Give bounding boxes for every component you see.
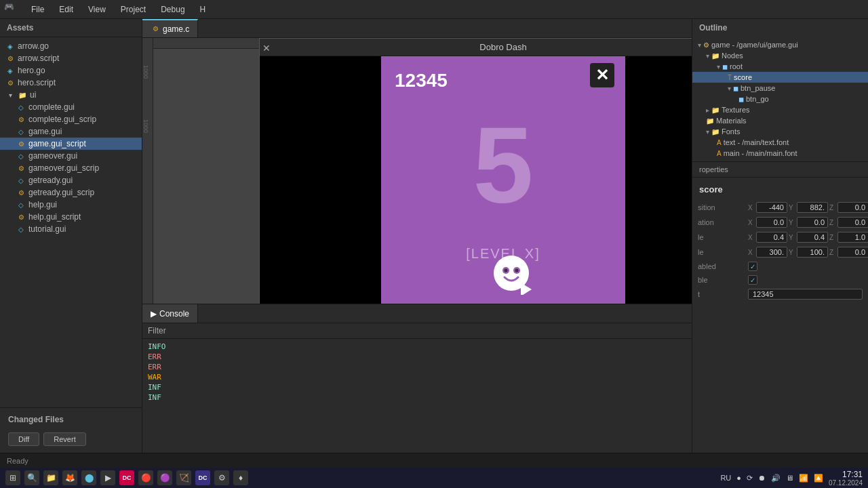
sidebar-item-getready-gui[interactable]: ◇ getready.gui bbox=[0, 174, 142, 186]
outline-header-label: Outline bbox=[699, 23, 727, 33]
prop-coord-rotation: X Y Z bbox=[748, 217, 868, 228]
sidebar: Assets ◈ arrow.go ⚙ arrow.script ◈ hero.… bbox=[0, 19, 142, 453]
taskbar-diamond-icon[interactable]: ♦ bbox=[233, 470, 248, 485]
taskbar-search-icon[interactable]: 🔍 bbox=[24, 470, 39, 485]
prop-rotation-x[interactable] bbox=[756, 217, 787, 228]
prop-position-z[interactable] bbox=[837, 202, 868, 213]
outline-item-root[interactable]: ▾ ◼ root bbox=[692, 61, 868, 72]
taskbar-app-icon[interactable]: DC bbox=[195, 470, 210, 485]
sidebar-item-ui-folder[interactable]: ▾ 📁 ui bbox=[0, 89, 142, 101]
font-icon: A bbox=[717, 150, 722, 157]
game-close-x-button[interactable]: ✕ bbox=[590, 63, 614, 87]
outline-item-game-gui[interactable]: ▾ ⚙ game - /game/ui/game.gui bbox=[692, 39, 868, 50]
prop-size-x[interactable] bbox=[756, 247, 787, 258]
property-node-name: score bbox=[692, 182, 868, 200]
sidebar-item-complete-gui[interactable]: ◇ complete.gui bbox=[0, 101, 142, 113]
revert-button[interactable]: Revert bbox=[43, 432, 85, 446]
game-window-minimize-btn[interactable]: ─ bbox=[690, 39, 692, 58]
sidebar-item-hero-go[interactable]: ◈ hero.go bbox=[0, 64, 142, 77]
prop-scale-y[interactable] bbox=[797, 232, 828, 243]
outline-item-main-font[interactable]: A main - /main/main.font bbox=[692, 148, 868, 159]
taskbar-start-icon[interactable]: ⊞ bbox=[5, 470, 20, 485]
sidebar-item-arrow-go[interactable]: ◈ arrow.go bbox=[0, 40, 142, 52]
y-label: Y bbox=[789, 234, 795, 241]
prop-row-rotation: ation X Y Z bbox=[692, 215, 868, 230]
gui-icon: ◇ bbox=[16, 151, 26, 161]
sidebar-item-arrow-script[interactable]: ⚙ arrow.script bbox=[0, 52, 142, 64]
outline-item-nodes[interactable]: ▾ 📁 Nodes bbox=[692, 50, 868, 61]
outline-item-label: root bbox=[730, 62, 743, 70]
sidebar-item-hero-script[interactable]: ⚙ hero.script bbox=[0, 77, 142, 89]
taskbar-circle-icon[interactable]: ⬤ bbox=[81, 470, 96, 485]
menu-view[interactable]: View bbox=[81, 2, 113, 17]
outline-item-label: Textures bbox=[722, 106, 750, 114]
sidebar-item-game-gui-script[interactable]: ⚙ game.gui_script bbox=[0, 138, 142, 150]
defold-icon: ✕ bbox=[262, 43, 271, 54]
prop-scale-z[interactable] bbox=[837, 232, 868, 243]
prop-size-y[interactable] bbox=[797, 247, 828, 258]
outline-item-label: score bbox=[734, 73, 752, 81]
prop-rotation-y[interactable] bbox=[797, 217, 828, 228]
x-label: X bbox=[748, 204, 755, 211]
sidebar-item-label: ui bbox=[30, 90, 36, 100]
script-icon: ⚙ bbox=[5, 54, 15, 63]
editor-tab-game-c[interactable]: ⚙ game.c bbox=[142, 19, 198, 37]
outline-item-btn-pause[interactable]: ▾ ◼ btn_pause bbox=[692, 83, 868, 94]
prop-enabled-checkbox[interactable]: ✓ bbox=[748, 262, 757, 271]
sidebar-item-label: tutorial.gui bbox=[28, 224, 66, 234]
prop-size-z[interactable] bbox=[837, 247, 868, 258]
menu-bar: 🎮 File Edit View Project Debug H bbox=[0, 0, 868, 19]
menu-project[interactable]: Project bbox=[114, 2, 153, 17]
menu-help[interactable]: H bbox=[193, 2, 213, 17]
menu-edit[interactable]: Edit bbox=[52, 2, 80, 17]
game-window-title-text: Dobro Dash bbox=[479, 42, 526, 52]
taskbar-files-icon[interactable]: 📁 bbox=[43, 470, 58, 485]
taskbar-defold-icon[interactable]: DC bbox=[119, 470, 134, 485]
prop-label-size: le bbox=[698, 248, 745, 256]
prop-position-x[interactable] bbox=[756, 202, 787, 213]
prop-scale-x[interactable] bbox=[756, 232, 787, 243]
console-toolbar: Filter bbox=[142, 323, 692, 339]
sidebar-item-complete-gui-script[interactable]: ⚙ complete.gui_scrip bbox=[0, 113, 142, 125]
outline-item-materials[interactable]: 📁 Materials bbox=[692, 115, 868, 126]
sidebar-item-label: gameover.gui bbox=[28, 151, 77, 161]
sidebar-item-getready-gui-script[interactable]: ⚙ getready.gui_scrip bbox=[0, 186, 142, 199]
sidebar-item-help-gui-script[interactable]: ⚙ help.gui_script bbox=[0, 211, 142, 223]
outline-header: Outline bbox=[692, 19, 868, 37]
taskbar-left: ⊞ 🔍 📁 🦊 ⬤ ▶ DC 🔴 🟣 🏹 DC ⚙ ♦ bbox=[5, 470, 248, 485]
taskbar-red-dot-icon[interactable]: 🔴 bbox=[138, 470, 153, 485]
folder-icon: 📁 bbox=[18, 90, 27, 100]
taskbar-arrow-icon[interactable]: 🏹 bbox=[176, 470, 191, 485]
taskbar-firefox-icon[interactable]: 🦊 bbox=[62, 470, 77, 485]
sidebar-item-game-gui[interactable]: ◇ game.gui bbox=[0, 125, 142, 138]
sidebar-item-tutorial-gui[interactable]: ◇ tutorial.gui bbox=[0, 223, 142, 235]
gui-icon: ◇ bbox=[16, 176, 26, 185]
sidebar-item-label: complete.gui_scrip bbox=[28, 115, 96, 124]
outline-item-btn-go[interactable]: ◼ btn_go bbox=[692, 94, 868, 104]
script-icon: ⚙ bbox=[16, 212, 26, 222]
menu-file[interactable]: File bbox=[24, 2, 51, 17]
diff-button[interactable]: Diff bbox=[8, 432, 39, 446]
clock-time: 17:31 bbox=[829, 470, 863, 479]
sidebar-item-help-gui[interactable]: ◇ help.gui bbox=[0, 199, 142, 211]
menu-debug[interactable]: Debug bbox=[154, 2, 191, 17]
prop-text-value[interactable] bbox=[748, 289, 863, 300]
sidebar-item-gameover-gui[interactable]: ◇ gameover.gui bbox=[0, 150, 142, 162]
console-tab[interactable]: ▶ Console bbox=[142, 304, 198, 323]
outline-item-textures[interactable]: ▸ 📁 Textures bbox=[692, 104, 868, 115]
triangle-icon: ▾ bbox=[698, 41, 701, 49]
outline-item-text-font[interactable]: A text - /main/text.font bbox=[692, 137, 868, 148]
changed-files-actions: Diff Revert bbox=[4, 430, 138, 449]
taskbar-play-icon[interactable]: ▶ bbox=[100, 470, 115, 485]
log-line: INFO bbox=[148, 342, 686, 352]
prop-rotation-z[interactable] bbox=[837, 217, 868, 228]
outline-item-fonts[interactable]: ▾ 📁 Fonts bbox=[692, 126, 868, 137]
editor-main: 1000 1000 ✕ Dobro Dash ─ □ ✕ bbox=[142, 38, 692, 304]
sidebar-item-gameover-gui-script[interactable]: ⚙ gameover.gui_scrip bbox=[0, 162, 142, 174]
game-score: 12345 bbox=[395, 70, 448, 92]
taskbar-purple-icon[interactable]: 🟣 bbox=[157, 470, 172, 485]
prop-visible-checkbox[interactable]: ✓ bbox=[748, 275, 757, 285]
outline-item-score[interactable]: T score bbox=[692, 72, 868, 83]
taskbar-gear-icon[interactable]: ⚙ bbox=[214, 470, 229, 485]
prop-position-y[interactable] bbox=[797, 202, 828, 213]
